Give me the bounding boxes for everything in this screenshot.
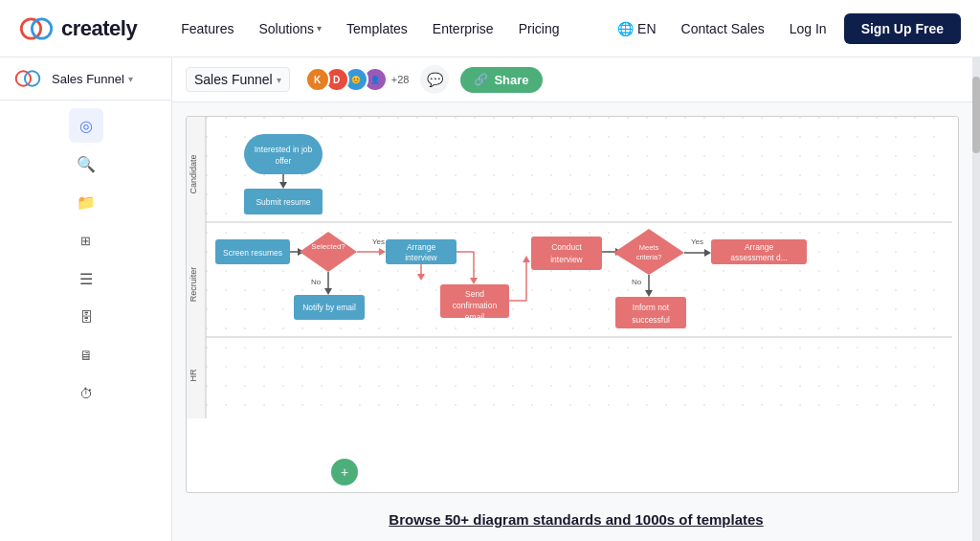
- svg-text:No: No: [632, 278, 642, 286]
- doc-chevron-icon: ▾: [277, 75, 281, 85]
- svg-text:interview: interview: [405, 253, 437, 262]
- svg-text:assessment d...: assessment d...: [730, 253, 788, 262]
- doc-name-selector[interactable]: Sales Funnel ▾: [186, 67, 290, 92]
- svg-text:Yes: Yes: [691, 237, 703, 246]
- sidebar: Sales Funnel ▾ ◎ 🔍 📁 ⊞ ☰ 🗄: [0, 57, 172, 541]
- avatar-count: +28: [391, 74, 410, 85]
- diagram-container: Candidate Recruiter HR Interested in job…: [186, 116, 959, 493]
- folder-icon: 📁: [77, 193, 96, 212]
- svg-text:Inform not: Inform not: [633, 303, 670, 312]
- svg-text:Send: Send: [465, 289, 484, 299]
- search-icon: 🔍: [77, 155, 96, 173]
- share-icon: 🔗: [474, 73, 488, 86]
- history-icon: ⏱: [79, 386, 93, 401]
- login-button[interactable]: Log In: [782, 17, 835, 40]
- nav-features[interactable]: Features: [171, 15, 243, 42]
- document-selector[interactable]: Sales Funnel ▾: [52, 72, 158, 86]
- svg-text:Recruiter: Recruiter: [189, 267, 198, 303]
- svg-text:successful: successful: [632, 315, 670, 325]
- signup-button[interactable]: Sign Up Free: [844, 13, 961, 44]
- solutions-chevron-icon: ▾: [317, 23, 322, 34]
- layers-icon: ⊞: [80, 234, 91, 248]
- sidebar-database-btn[interactable]: 🗄: [69, 300, 103, 334]
- flowchart-svg: Candidate Recruiter HR Interested in job…: [187, 117, 952, 418]
- database-icon: 🗄: [79, 309, 93, 325]
- doc-selector-chevron-icon: ▾: [128, 74, 133, 84]
- svg-point-2: [16, 71, 31, 85]
- sidebar-monitor-btn[interactable]: 🖥: [69, 338, 103, 372]
- svg-text:Submit resume: Submit resume: [256, 197, 310, 207]
- nav-solutions[interactable]: Solutions ▾: [249, 15, 331, 42]
- svg-text:confirmation: confirmation: [453, 301, 498, 310]
- monitor-icon: 🖥: [79, 348, 93, 363]
- svg-text:criteria?: criteria?: [636, 253, 662, 261]
- sidebar-top: Sales Funnel ▾: [0, 57, 171, 101]
- sidebar-logo-icon: [13, 69, 42, 88]
- comment-icon: 💬: [427, 72, 443, 87]
- svg-text:Notify by email: Notify by email: [302, 303, 356, 312]
- list-icon: ☰: [79, 270, 93, 288]
- svg-text:Arrange: Arrange: [407, 242, 436, 252]
- nav-right: 🌐 EN Contact Sales Log In Sign Up Free: [610, 13, 961, 44]
- collaborators-avatars: K D 😊 👤 +28: [305, 67, 410, 92]
- language-button[interactable]: 🌐 EN: [610, 17, 663, 40]
- svg-text:Conduct: Conduct: [551, 242, 582, 252]
- sidebar-icon-list: ◎ 🔍 📁 ⊞ ☰ 🗄 🖥 ⏱: [0, 101, 171, 418]
- scrollbar-track: [972, 57, 980, 541]
- sidebar-history-btn[interactable]: ⏱: [69, 376, 103, 411]
- svg-text:Arrange: Arrange: [745, 242, 774, 252]
- browse-templates-link[interactable]: Browse 50+ diagram standards and 1000s o…: [389, 511, 763, 528]
- comment-button[interactable]: 💬: [420, 65, 449, 94]
- svg-text:interview: interview: [550, 255, 583, 264]
- nav-templates[interactable]: Templates: [337, 15, 417, 42]
- svg-text:Candidate: Candidate: [189, 154, 198, 193]
- svg-text:HR: HR: [189, 369, 198, 381]
- svg-text:Meets: Meets: [639, 243, 659, 252]
- logo-text: creately: [61, 16, 137, 41]
- sidebar-list-btn[interactable]: ☰: [69, 261, 103, 296]
- avatar-k: K: [305, 67, 330, 92]
- svg-text:email: email: [465, 312, 484, 322]
- sidebar-folder-btn[interactable]: 📁: [69, 185, 103, 219]
- contact-sales-link[interactable]: Contact Sales: [674, 17, 772, 40]
- canvas-area: Sales Funnel ▾ K D 😊 👤 +28 💬 🔗 Share: [172, 57, 980, 541]
- logo-icon: [19, 17, 54, 40]
- logo[interactable]: creately: [19, 16, 137, 41]
- svg-text:offer: offer: [276, 156, 292, 166]
- canvas-toolbar: Sales Funnel ▾ K D 😊 👤 +28 💬 🔗 Share: [172, 57, 980, 102]
- svg-text:No: No: [311, 278, 322, 286]
- scrollbar-thumb[interactable]: [972, 77, 980, 153]
- navbar: creately Features Solutions ▾ Templates …: [0, 0, 980, 57]
- svg-text:Screen resumes: Screen resumes: [223, 248, 282, 258]
- svg-text:Selected?: Selected?: [311, 242, 345, 251]
- svg-text:Yes: Yes: [372, 237, 385, 246]
- compass-icon: ◎: [79, 117, 93, 135]
- main-area: Sales Funnel ▾ ◎ 🔍 📁 ⊞ ☰ 🗄: [0, 57, 980, 541]
- sidebar-layers-btn[interactable]: ⊞: [69, 223, 103, 258]
- add-button[interactable]: +: [331, 459, 358, 485]
- svg-point-3: [25, 71, 39, 85]
- sidebar-compass-btn[interactable]: ◎: [69, 108, 103, 143]
- svg-text:Interested in job: Interested in job: [255, 145, 313, 154]
- share-button[interactable]: 🔗 Share: [460, 67, 542, 93]
- nav-pricing[interactable]: Pricing: [509, 15, 569, 42]
- nav-links: Features Solutions ▾ Templates Enterpris…: [171, 15, 610, 42]
- sidebar-search-btn[interactable]: 🔍: [69, 147, 103, 181]
- nav-enterprise[interactable]: Enterprise: [423, 15, 503, 42]
- globe-icon: 🌐: [617, 21, 634, 36]
- canvas-content[interactable]: Candidate Recruiter HR Interested in job…: [172, 102, 980, 541]
- svg-rect-15: [244, 134, 323, 174]
